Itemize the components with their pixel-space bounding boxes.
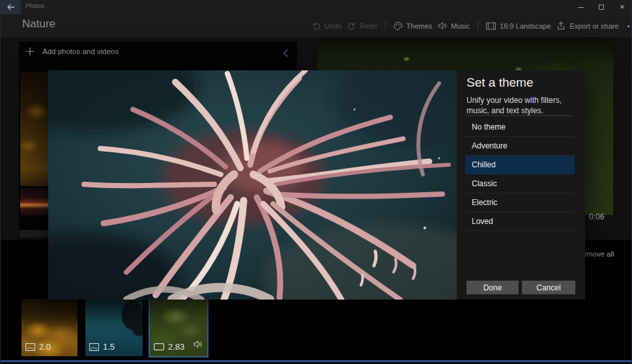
theme-option-label: Loved: [472, 217, 493, 226]
library-thumbnail-autumn[interactable]: [20, 72, 48, 186]
export-share-button[interactable]: Export or share: [556, 21, 618, 30]
cancel-button[interactable]: Cancel: [522, 281, 575, 294]
themes-label: Themes: [407, 22, 433, 30]
theme-option-label: No theme: [472, 122, 506, 132]
theme-option-classic[interactable]: Classic: [465, 175, 575, 193]
storyboard-clip-3-selected[interactable]: 2.83: [149, 298, 208, 357]
music-speaker-icon: [438, 21, 447, 30]
photo-icon: [89, 343, 99, 351]
theme-option-adventure[interactable]: Adventure: [465, 137, 575, 156]
maximize-button[interactable]: [591, 0, 612, 14]
themes-button[interactable]: Themes: [394, 21, 433, 31]
aspect-ratio-label: 16:9 Landscape: [500, 22, 551, 30]
photo-icon: [25, 343, 35, 351]
redo-label: Redo: [360, 22, 377, 30]
photos-app-window: Photos ✕ Nature Undo Redo: [0, 0, 632, 364]
undo-icon: [312, 21, 321, 30]
app-title: Photos: [25, 3, 44, 9]
redo-button[interactable]: Redo: [347, 21, 377, 30]
theme-preview-video: [48, 70, 457, 300]
speaker-icon: [193, 340, 203, 348]
close-button[interactable]: ✕: [612, 0, 632, 14]
clip-duration-label: 2.0: [25, 342, 51, 352]
themes-palette-icon: [394, 21, 403, 31]
undo-label: Undo: [324, 22, 341, 30]
minimize-button[interactable]: [570, 0, 591, 14]
window-controls: ✕: [570, 0, 632, 14]
clip-duration-label: 2.83: [154, 342, 184, 352]
storyboard-clip-2[interactable]: 1.5: [85, 299, 143, 356]
theme-list: No theme Adventure Chilled Classic Elect…: [465, 118, 575, 231]
editor-toolbar: Undo Redo Themes: [312, 14, 632, 37]
redo-icon: [347, 21, 356, 30]
back-arrow-icon: [7, 3, 16, 12]
theme-option-electric[interactable]: Electric: [465, 193, 575, 212]
theme-option-label: Classic: [472, 179, 497, 188]
add-photos-button[interactable]: Add photos and videos: [25, 47, 119, 56]
clip-duration-label: 1.5: [89, 342, 115, 352]
theme-option-loved[interactable]: Loved: [465, 212, 575, 231]
editor-header: Nature Undo Redo: [1, 14, 632, 37]
close-icon: ✕: [620, 4, 625, 10]
window-accent-border: [1, 360, 632, 362]
theme-option-label: Adventure: [472, 141, 508, 150]
video-icon: [154, 343, 164, 350]
dialog-divider: [467, 115, 572, 116]
chevron-left-icon: [282, 48, 289, 58]
aspect-ratio-button[interactable]: 16:9 Landscape: [486, 22, 551, 30]
anemone-preview-image: [48, 70, 457, 300]
theme-panel: Set a theme Unify your video with filter…: [457, 70, 585, 300]
theme-option-label: Electric: [472, 198, 497, 207]
clip-duration-value: 2.83: [168, 342, 184, 352]
done-button[interactable]: Done: [467, 281, 519, 294]
music-label: Music: [451, 22, 470, 30]
minimize-icon: [578, 7, 584, 8]
music-button[interactable]: Music: [438, 21, 470, 30]
export-share-label: Export or share: [569, 22, 618, 30]
theme-option-chilled[interactable]: Chilled: [465, 156, 575, 175]
clip-duration-value: 1.5: [103, 342, 115, 352]
dialog-title: Set a theme: [467, 76, 533, 90]
dialog-subtitle: Unify your video with filters, music, an…: [467, 96, 579, 117]
add-photos-label: Add photos and videos: [42, 48, 119, 55]
collapse-panel-button[interactable]: [282, 48, 289, 61]
back-button[interactable]: [1, 0, 21, 14]
theme-option-label: Chilled: [472, 160, 496, 169]
library-thumbnail-sunset[interactable]: [20, 188, 48, 216]
playback-time: 0:06: [589, 212, 604, 221]
project-title: Nature: [22, 18, 55, 31]
maximize-icon: [599, 5, 604, 10]
toolbar-separator: [478, 21, 478, 31]
undo-button[interactable]: Undo: [312, 21, 341, 30]
aspect-ratio-icon: [486, 22, 496, 30]
dialog-buttons: Done Cancel: [467, 281, 575, 294]
set-theme-dialog: Set a theme Unify your video with filter…: [48, 70, 585, 300]
clip-volume-button[interactable]: [193, 339, 203, 351]
more-options-button[interactable]: •••: [627, 22, 632, 30]
theme-option-no-theme[interactable]: No theme: [465, 118, 575, 137]
title-bar: Photos ✕: [1, 0, 632, 14]
storyboard-clip-1[interactable]: 2.0: [22, 299, 78, 356]
toolbar-separator: [385, 21, 386, 31]
plus-icon: [25, 47, 35, 56]
export-share-icon: [556, 21, 566, 30]
clip-duration-value: 2.0: [39, 342, 51, 352]
